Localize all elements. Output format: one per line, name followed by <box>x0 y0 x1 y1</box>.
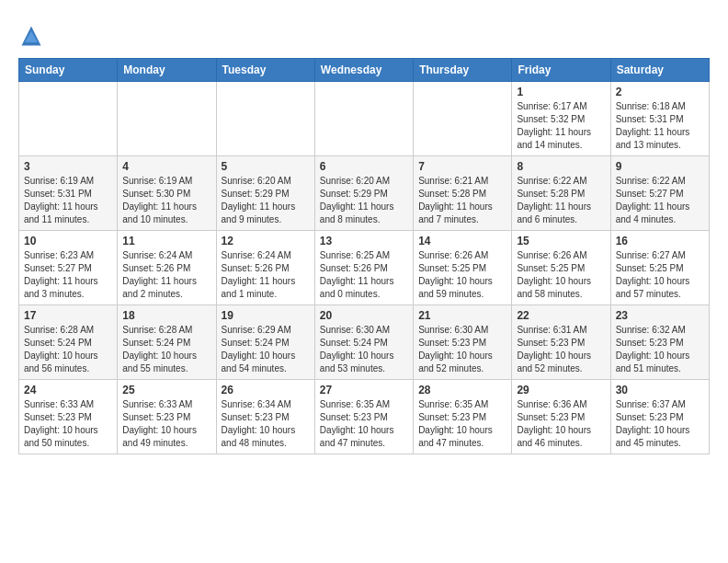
calendar-cell: 15Sunrise: 6:26 AM Sunset: 5:25 PM Dayli… <box>512 231 610 305</box>
calendar-cell: 29Sunrise: 6:36 AM Sunset: 5:23 PM Dayli… <box>512 380 610 454</box>
calendar-week-2: 3Sunrise: 6:19 AM Sunset: 5:31 PM Daylig… <box>19 156 710 231</box>
day-info: Sunrise: 6:19 AM Sunset: 5:30 PM Dayligh… <box>122 175 210 226</box>
calendar-cell: 14Sunrise: 6:26 AM Sunset: 5:25 PM Dayli… <box>414 231 512 305</box>
day-info: Sunrise: 6:29 AM Sunset: 5:24 PM Dayligh… <box>222 324 310 375</box>
day-number: 25 <box>122 384 210 396</box>
calendar-cell <box>19 82 118 156</box>
calendar-header-monday: Monday <box>118 59 216 82</box>
calendar-cell: 5Sunrise: 6:20 AM Sunset: 5:29 PM Daylig… <box>216 156 314 231</box>
calendar-cell: 1Sunrise: 6:17 AM Sunset: 5:32 PM Daylig… <box>512 82 610 156</box>
day-info: Sunrise: 6:25 AM Sunset: 5:26 PM Dayligh… <box>320 249 408 301</box>
calendar-cell: 23Sunrise: 6:32 AM Sunset: 5:23 PM Dayli… <box>610 305 709 380</box>
calendar-cell <box>216 82 314 156</box>
day-info: Sunrise: 6:24 AM Sunset: 5:26 PM Dayligh… <box>122 249 210 301</box>
day-info: Sunrise: 6:30 AM Sunset: 5:24 PM Dayligh… <box>320 324 408 375</box>
day-info: Sunrise: 6:35 AM Sunset: 5:23 PM Dayligh… <box>418 398 506 450</box>
calendar-week-5: 24Sunrise: 6:33 AM Sunset: 5:23 PM Dayli… <box>19 380 710 454</box>
calendar-table: SundayMondayTuesdayWednesdayThursdayFrid… <box>18 58 710 454</box>
calendar-header-wednesday: Wednesday <box>314 59 413 82</box>
calendar-cell: 30Sunrise: 6:37 AM Sunset: 5:23 PM Dayli… <box>610 380 709 454</box>
calendar-cell: 22Sunrise: 6:31 AM Sunset: 5:23 PM Dayli… <box>512 305 610 380</box>
day-info: Sunrise: 6:36 AM Sunset: 5:23 PM Dayligh… <box>517 398 605 450</box>
calendar-cell: 12Sunrise: 6:24 AM Sunset: 5:26 PM Dayli… <box>216 231 314 305</box>
calendar-header-row: SundayMondayTuesdayWednesdayThursdayFrid… <box>19 59 710 82</box>
day-info: Sunrise: 6:37 AM Sunset: 5:23 PM Dayligh… <box>616 398 704 450</box>
day-number: 14 <box>418 235 506 247</box>
day-number: 10 <box>24 235 112 247</box>
day-number: 15 <box>517 235 605 247</box>
day-info: Sunrise: 6:32 AM Sunset: 5:23 PM Dayligh… <box>616 324 704 375</box>
day-number: 26 <box>222 384 310 396</box>
day-info: Sunrise: 6:28 AM Sunset: 5:24 PM Dayligh… <box>122 324 210 375</box>
day-number: 24 <box>24 384 112 396</box>
calendar-header-sunday: Sunday <box>19 59 118 82</box>
day-number: 6 <box>320 160 408 173</box>
logo <box>18 23 48 49</box>
day-number: 13 <box>320 235 408 247</box>
calendar-cell: 27Sunrise: 6:35 AM Sunset: 5:23 PM Dayli… <box>314 380 413 454</box>
day-info: Sunrise: 6:24 AM Sunset: 5:26 PM Dayligh… <box>222 249 310 301</box>
calendar-cell <box>314 82 413 156</box>
day-number: 27 <box>320 384 408 396</box>
day-number: 29 <box>517 384 605 396</box>
day-number: 7 <box>418 160 506 173</box>
calendar-cell: 18Sunrise: 6:28 AM Sunset: 5:24 PM Dayli… <box>118 305 216 380</box>
day-info: Sunrise: 6:19 AM Sunset: 5:31 PM Dayligh… <box>24 175 112 226</box>
day-number: 18 <box>122 309 210 322</box>
calendar-cell: 20Sunrise: 6:30 AM Sunset: 5:24 PM Dayli… <box>314 305 413 380</box>
calendar-header-saturday: Saturday <box>610 59 709 82</box>
calendar-cell: 10Sunrise: 6:23 AM Sunset: 5:27 PM Dayli… <box>19 231 118 305</box>
day-info: Sunrise: 6:23 AM Sunset: 5:27 PM Dayligh… <box>24 249 112 301</box>
calendar-week-1: 1Sunrise: 6:17 AM Sunset: 5:32 PM Daylig… <box>19 82 710 156</box>
calendar-cell <box>118 82 216 156</box>
day-info: Sunrise: 6:26 AM Sunset: 5:25 PM Dayligh… <box>517 249 605 301</box>
calendar-cell: 9Sunrise: 6:22 AM Sunset: 5:27 PM Daylig… <box>610 156 709 231</box>
calendar-cell: 7Sunrise: 6:21 AM Sunset: 5:28 PM Daylig… <box>414 156 512 231</box>
day-info: Sunrise: 6:28 AM Sunset: 5:24 PM Dayligh… <box>24 324 112 375</box>
day-number: 16 <box>616 235 704 247</box>
day-info: Sunrise: 6:34 AM Sunset: 5:23 PM Dayligh… <box>222 398 310 450</box>
calendar-cell: 2Sunrise: 6:18 AM Sunset: 5:31 PM Daylig… <box>610 82 709 156</box>
day-number: 9 <box>616 160 704 173</box>
calendar-header-tuesday: Tuesday <box>216 59 314 82</box>
day-number: 22 <box>517 309 605 322</box>
calendar-cell: 11Sunrise: 6:24 AM Sunset: 5:26 PM Dayli… <box>118 231 216 305</box>
day-info: Sunrise: 6:18 AM Sunset: 5:31 PM Dayligh… <box>616 100 704 152</box>
day-number: 4 <box>122 160 210 173</box>
calendar-cell: 24Sunrise: 6:33 AM Sunset: 5:23 PM Dayli… <box>19 380 118 454</box>
calendar-cell: 26Sunrise: 6:34 AM Sunset: 5:23 PM Dayli… <box>216 380 314 454</box>
calendar-cell: 13Sunrise: 6:25 AM Sunset: 5:26 PM Dayli… <box>314 231 413 305</box>
page-header <box>18 18 710 49</box>
day-info: Sunrise: 6:27 AM Sunset: 5:25 PM Dayligh… <box>616 249 704 301</box>
calendar-header-friday: Friday <box>512 59 610 82</box>
day-info: Sunrise: 6:31 AM Sunset: 5:23 PM Dayligh… <box>517 324 605 375</box>
calendar-cell: 28Sunrise: 6:35 AM Sunset: 5:23 PM Dayli… <box>414 380 512 454</box>
calendar-header-thursday: Thursday <box>414 59 512 82</box>
calendar-cell: 17Sunrise: 6:28 AM Sunset: 5:24 PM Dayli… <box>19 305 118 380</box>
day-number: 3 <box>24 160 112 173</box>
day-number: 30 <box>616 384 704 396</box>
calendar-cell: 21Sunrise: 6:30 AM Sunset: 5:23 PM Dayli… <box>414 305 512 380</box>
day-number: 17 <box>24 309 112 322</box>
day-number: 20 <box>320 309 408 322</box>
day-number: 5 <box>222 160 310 173</box>
day-info: Sunrise: 6:35 AM Sunset: 5:23 PM Dayligh… <box>320 398 408 450</box>
calendar-cell: 16Sunrise: 6:27 AM Sunset: 5:25 PM Dayli… <box>610 231 709 305</box>
day-info: Sunrise: 6:30 AM Sunset: 5:23 PM Dayligh… <box>418 324 506 375</box>
calendar-cell: 3Sunrise: 6:19 AM Sunset: 5:31 PM Daylig… <box>19 156 118 231</box>
day-info: Sunrise: 6:21 AM Sunset: 5:28 PM Dayligh… <box>418 175 506 226</box>
day-info: Sunrise: 6:33 AM Sunset: 5:23 PM Dayligh… <box>24 398 112 450</box>
day-number: 1 <box>517 86 605 98</box>
logo-icon <box>18 23 44 49</box>
day-info: Sunrise: 6:20 AM Sunset: 5:29 PM Dayligh… <box>222 175 310 226</box>
day-number: 19 <box>222 309 310 322</box>
calendar-cell: 8Sunrise: 6:22 AM Sunset: 5:28 PM Daylig… <box>512 156 610 231</box>
day-number: 2 <box>616 86 704 98</box>
calendar-cell: 25Sunrise: 6:33 AM Sunset: 5:23 PM Dayli… <box>118 380 216 454</box>
day-number: 21 <box>418 309 506 322</box>
calendar-cell <box>414 82 512 156</box>
calendar-cell: 4Sunrise: 6:19 AM Sunset: 5:30 PM Daylig… <box>118 156 216 231</box>
calendar-week-4: 17Sunrise: 6:28 AM Sunset: 5:24 PM Dayli… <box>19 305 710 380</box>
day-info: Sunrise: 6:22 AM Sunset: 5:27 PM Dayligh… <box>616 175 704 226</box>
day-info: Sunrise: 6:17 AM Sunset: 5:32 PM Dayligh… <box>517 100 605 152</box>
